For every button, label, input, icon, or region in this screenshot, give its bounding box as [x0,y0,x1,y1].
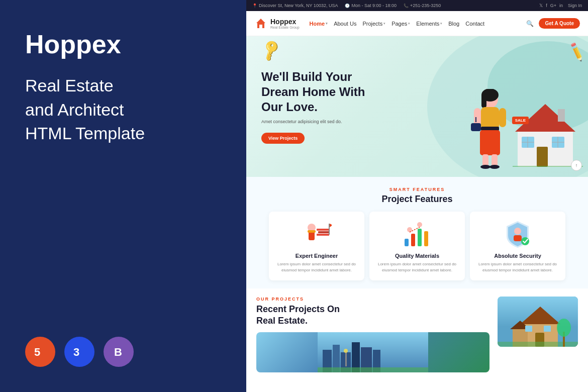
left-panel: Hoppex Real Estate and Architect HTML Te… [0,0,246,392]
bootstrap-badge: B [104,337,134,367]
svg-text:B: B [114,346,122,358]
svg-rect-42 [418,229,422,246]
svg-point-30 [480,165,491,169]
twitter-icon[interactable]: 𝕏 [539,3,543,8]
svg-rect-68 [498,342,578,347]
svg-point-49 [521,237,529,245]
html5-icon: 5 [32,344,48,360]
svg-rect-57 [345,351,347,366]
engineer-icon [302,219,332,249]
logo-name: Hoppex [270,18,300,26]
svg-rect-25 [499,108,506,127]
topbar: 📍 Discover St, New York, NY 10032, USA 🕐… [246,0,588,11]
feature-card-security: Absolute Security Lorem ipsum dolor amet… [470,212,565,280]
security-icon [503,219,533,249]
svg-text:3: 3 [73,346,79,358]
svg-rect-67 [544,326,551,332]
project-thumbnail-1 [256,332,489,372]
clock-icon: 🕐 [345,4,350,8]
feature-name-security: Absolute Security [494,253,541,259]
feature-card-engineer: Expert Engineer Lorem ipsum dolor amet c… [269,212,364,280]
svg-point-58 [344,349,348,353]
topbar-left: 📍 Discover St, New York, NY 10032, USA 🕐… [252,3,441,8]
nav-about[interactable]: About Us [334,21,356,27]
feature-name-engineer: Expert Engineer [296,253,338,259]
nav-contact[interactable]: Contact [465,21,484,27]
google-plus-icon[interactable]: G+ [550,3,556,8]
svg-point-70 [557,319,571,337]
svg-rect-34 [308,230,316,233]
svg-rect-26 [471,123,481,131]
person-illustration [470,89,510,169]
phone-icon: 📞 [404,4,409,8]
tech-badges: 5 3 B [25,337,221,367]
navbar: Hoppex Real Estate Group Home ▾ About Us… [246,11,588,36]
svg-rect-59 [318,367,428,372]
svg-rect-35 [317,234,329,236]
hero-content: We'll Build Your Dream Home With Our Lov… [261,69,365,144]
topbar-phone: 📞 +251-235-3250 [404,3,441,8]
features-section-title: Project Features [256,194,578,205]
desc-line2: and Architect [25,100,124,119]
svg-rect-41 [411,234,415,246]
house-project-thumb [498,297,578,347]
get-quote-button[interactable]: Get A Quote [539,18,580,29]
scroll-up-button[interactable]: ↑ [571,160,582,171]
keys-hand-decoration: 🔑 [258,38,283,62]
brand-title: Hoppex [25,30,221,59]
nav-pages[interactable]: Pages ▾ [391,21,410,27]
projects-label: OUR PROJECTS [256,297,489,302]
svg-text:5: 5 [34,346,40,358]
projects-left: OUR PROJECTS Recent Projects On Real Est… [256,297,489,384]
svg-rect-66 [525,326,532,332]
svg-rect-20 [481,93,486,108]
house-illustration [513,102,583,167]
location-icon: 📍 [252,4,257,8]
view-projects-button[interactable]: View Projects [261,133,305,144]
desc-line1: Real Estate [25,76,114,95]
materials-icon [402,219,432,249]
features-grid: Expert Engineer Lorem ipsum dolor amet c… [256,212,578,280]
facebook-icon[interactable]: f [546,3,547,8]
desc-line3: HTML Template [25,124,145,143]
svg-rect-38 [329,224,330,235]
nav-projects[interactable]: Projects ▾ [362,21,385,27]
topbar-hours: 🕐 Mon - Sat 9:00 - 18:00 [345,3,397,8]
feature-name-materials: Quality Materials [395,253,439,259]
navbar-logo: Hoppex Real Estate Group [254,17,300,30]
svg-rect-10 [537,147,548,167]
svg-point-45 [417,222,422,227]
linkedin-icon[interactable]: in [559,3,563,8]
nav-home[interactable]: Home ▾ [310,21,328,27]
feature-desc-materials: Lorem ipsum dolor amet consectetur sed d… [375,261,459,273]
hero-section: 🔑 We'll Build Your Dream Home With Our L… [246,36,588,177]
svg-rect-4 [259,25,262,28]
svg-rect-36 [318,231,329,233]
svg-rect-22 [481,127,499,131]
nav-elements[interactable]: Elements ▾ [416,21,442,27]
nav-blog[interactable]: Blog [448,21,459,27]
search-button[interactable]: 🔍 [526,20,534,27]
svg-point-31 [489,165,500,169]
navbar-actions: 🔍 Get A Quote [526,18,580,29]
svg-point-47 [514,228,521,235]
sale-badge: SALE [512,117,529,124]
bootstrap-icon: B [111,344,127,360]
svg-rect-40 [405,239,409,246]
sign-in-link[interactable]: Sign In [568,3,582,8]
features-section: SMART FEATURES Project Features [246,177,588,288]
topbar-right: 𝕏 f G+ in Sign In [539,3,582,8]
feature-card-materials: Quality Materials Lorem ipsum dolor amet… [369,212,465,280]
svg-rect-48 [514,235,522,241]
projects-section: OUR PROJECTS Recent Projects On Real Est… [246,288,588,392]
hero-subtitle: Amet consectetur adipisicing elit sed do… [261,119,365,126]
topbar-address: 📍 Discover St, New York, NY 10032, USA [252,3,338,8]
right-panel: 📍 Discover St, New York, NY 10032, USA 🕐… [246,0,588,392]
svg-rect-23 [480,130,500,155]
svg-rect-21 [481,107,499,130]
city-skyline [256,332,489,372]
hero-illustration: ✏️ [377,36,588,177]
description: Real Estate and Architect HTML Template [25,74,221,146]
hero-title: We'll Build Your Dream Home With Our Lov… [261,69,365,115]
svg-rect-43 [424,231,428,246]
